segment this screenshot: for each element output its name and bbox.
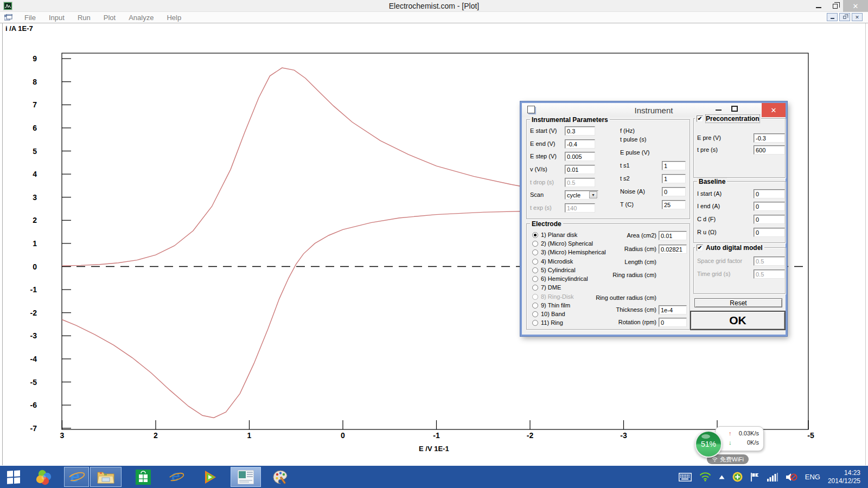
dialog-maximize-button[interactable] [731,106,738,112]
svg-text:-3: -3 [620,431,627,440]
svg-text:4: 4 [33,170,37,178]
radio-icon[interactable] [532,241,538,247]
field-input[interactable]: 0.005 [565,152,595,161]
svg-text:-3: -3 [30,331,37,340]
auto-digital-label: Auto digital model [706,244,763,252]
pinwheel-icon [36,469,52,485]
field-label: t s1 [620,162,660,169]
taskbar-windows-store[interactable] [132,467,155,487]
field-label: E start (V) [530,127,564,134]
radio-icon[interactable] [532,294,538,300]
language-indicator[interactable]: ENG [805,473,820,481]
folder-icon [97,470,114,484]
dialog-title: Instrument [522,106,786,115]
dialog-minimize-button[interactable] [716,110,722,111]
show-hidden-icons-caret[interactable] [719,475,725,479]
field-input[interactable]: -0.3 [754,133,785,143]
radio-icon[interactable] [532,259,538,265]
wifi-icon[interactable] [699,472,711,481]
svg-text:-2: -2 [30,309,37,317]
field-label: t pre (s) [697,146,751,153]
field-label: Thickness (cm) [543,306,656,313]
svg-text:-7: -7 [30,424,37,433]
windows-logo-icon [7,470,20,484]
volume-muted-icon[interactable] [786,472,797,482]
field-input[interactable]: 25 [662,200,686,209]
safety-center-icon[interactable] [732,472,743,482]
field-input[interactable]: 0.01 [659,231,687,240]
svg-text:-1: -1 [30,285,37,294]
field-label: E step (V) [530,153,564,159]
taskbar-paint[interactable] [269,467,292,487]
battery-percent-ball[interactable]: 51% [695,431,722,458]
field-input[interactable]: 1 [662,174,686,183]
taskbar-pinwheel-browser[interactable] [33,467,55,487]
svg-text:1: 1 [33,239,37,248]
taskbar-file-explorer[interactable] [90,467,122,487]
radio-icon[interactable] [532,303,538,309]
field-input[interactable]: -0.4 [565,139,595,149]
field-input[interactable]: 600 [754,145,785,155]
electrode-radio[interactable]: 7) DME [532,284,561,291]
radio-icon[interactable] [532,267,538,273]
field-dropdown[interactable]: cycle▼ [565,190,598,200]
field-label: f (Hz) [620,127,660,134]
taskbar-media-player[interactable] [199,467,222,487]
radio-icon[interactable] [532,232,538,238]
preconcentration-checkbox[interactable]: ✔ [697,115,703,122]
field-input[interactable]: 0 [659,318,687,327]
taskbar-plot-app-active[interactable] [231,467,261,487]
svg-text:-2: -2 [527,431,534,440]
field-label: Radius (cm) [543,246,656,252]
download-speed: 0K/s [747,439,759,448]
field-input[interactable]: 140 [565,203,595,213]
field-label: E pulse (V) [620,149,660,156]
field-input[interactable]: 0.5 [565,178,595,187]
plot-app-icon [238,470,254,484]
field-label: C d (F) [697,216,751,222]
field-input[interactable]: 0.02821 [659,245,687,254]
field-label: Ring outter radius (cm) [543,294,656,301]
signal-bars-icon[interactable] [767,473,778,481]
field-label: E end (V) [530,140,564,147]
taskbar-internet-explorer-2[interactable]: e [165,467,188,487]
radio-icon[interactable] [532,311,538,317]
radio-icon[interactable] [532,276,538,282]
field-input[interactable]: 0 [754,228,785,237]
field-label: Time grid (s) [697,271,754,277]
field-input[interactable]: 0 [754,202,785,211]
radio-icon[interactable] [532,285,538,291]
svg-text:8: 8 [33,78,37,86]
svg-text:-4: -4 [30,355,37,363]
field-input[interactable]: 0 [662,187,686,196]
group-title: Instrumental Parameters [530,116,610,124]
field-label: t drop (s) [530,179,564,185]
start-button[interactable] [2,467,25,487]
field-input[interactable]: 0.5 [754,256,785,266]
radio-icon[interactable] [532,249,538,255]
radio-icon[interactable] [532,320,538,326]
field-input[interactable]: 0.01 [565,165,595,174]
field-input[interactable]: 1e-4 [659,305,687,314]
dialog-close-button[interactable]: ✕ [762,103,786,117]
dropdown-arrow-icon[interactable]: ▼ [589,191,597,198]
touch-keyboard-icon[interactable] [679,473,692,481]
clock[interactable]: 14:23 2014/12/25 [828,469,860,485]
field-input[interactable]: 0.3 [565,126,595,136]
svg-text:3: 3 [33,193,37,202]
auto-digital-checkbox[interactable]: ✔ [697,245,703,251]
taskbar-internet-explorer[interactable]: e [64,467,89,487]
field-input[interactable]: 1 [662,161,686,170]
ie-icon: e [68,469,85,485]
action-center-flag-icon[interactable] [750,472,760,482]
field-label: Rotation (rpm) [543,319,656,325]
wifi-mini-icon [712,457,718,462]
field-label: I start (A) [697,190,751,197]
group-title: Electrode [530,220,563,228]
field-input[interactable]: 0 [754,215,785,224]
taskbar: e e [0,466,868,488]
ok-button[interactable]: OK [690,311,786,330]
field-input[interactable]: 0 [754,189,785,198]
field-input[interactable]: 0.5 [754,269,785,279]
reset-button[interactable]: Reset [694,298,782,307]
